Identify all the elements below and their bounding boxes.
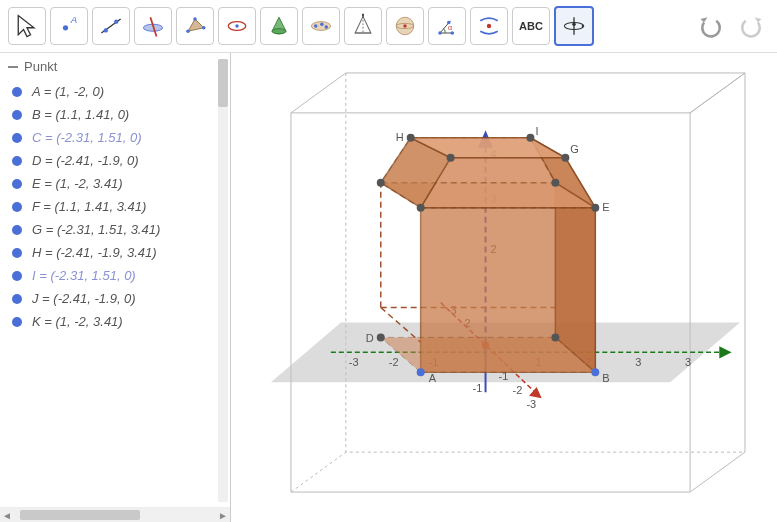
point-item[interactable]: C = (-2.31, 1.51, 0) (0, 126, 230, 149)
point-item[interactable]: I = (-2.31, 1.51, 0) (0, 264, 230, 287)
svg-point-8 (193, 17, 197, 21)
svg-point-22 (451, 31, 455, 35)
svg-point-47 (407, 134, 415, 142)
graphics-3d-view[interactable]: -3 -2 -1 1 2 3 3 -1 -2 -3 2 3 (231, 53, 777, 522)
svg-text:G: G (570, 143, 579, 155)
svg-point-20 (403, 24, 407, 28)
svg-point-34 (417, 368, 425, 376)
svg-point-21 (438, 31, 442, 35)
point-label: C = (-2.31, 1.51, 0) (32, 130, 141, 145)
point-label: H = (-2.41, -1.9, 3.41) (32, 245, 157, 260)
scrollbar-thumb[interactable] (218, 59, 228, 107)
point-label: E = (1, -2, 3.41) (32, 176, 123, 191)
x-tick: 3 (685, 356, 691, 368)
point-item[interactable]: G = (-2.31, 1.51, 3.41) (0, 218, 230, 241)
svg-text:D: D (366, 332, 374, 344)
svg-point-3 (104, 28, 108, 32)
tool-intersect[interactable] (470, 7, 508, 45)
scroll-left-icon[interactable]: ◄ (0, 508, 14, 522)
x-tick: -3 (349, 356, 359, 368)
svg-point-49 (526, 134, 534, 142)
svg-text:A: A (70, 14, 77, 25)
svg-point-15 (320, 23, 324, 27)
point-dot-icon (12, 294, 22, 304)
svg-point-7 (186, 30, 190, 34)
svg-point-51 (447, 154, 455, 162)
scroll-right-icon[interactable]: ► (216, 508, 230, 522)
tool-text[interactable]: ABC (512, 7, 550, 45)
point-item[interactable]: B = (1.1, 1.41, 0) (0, 103, 230, 126)
x-tick: 3 (635, 356, 641, 368)
x-tick: -2 (389, 356, 399, 368)
point-item[interactable]: A = (1, -2, 0) (0, 80, 230, 103)
tool-sphere[interactable] (386, 7, 424, 45)
point-dot-icon (12, 133, 22, 143)
svg-text:H: H (396, 131, 404, 143)
svg-point-14 (314, 24, 318, 28)
point-item[interactable]: D = (-2.41, -1.9, 0) (0, 149, 230, 172)
tool-rotate-view[interactable] (554, 6, 594, 46)
svg-point-38 (377, 333, 385, 341)
scrollbar-horizontal[interactable]: ◄ ► (0, 507, 230, 522)
tool-perpendicular[interactable] (134, 7, 172, 45)
svg-point-4 (114, 19, 118, 23)
point-dot-icon (12, 179, 22, 189)
point-dot-icon (12, 271, 22, 281)
svg-text:B: B (602, 372, 609, 384)
svg-point-45 (561, 154, 569, 162)
svg-text:A: A (429, 372, 437, 384)
point-item[interactable]: J = (-2.41, -1.9, 0) (0, 287, 230, 310)
svg-text:α: α (448, 24, 452, 31)
svg-point-25 (487, 24, 491, 28)
point-dot-icon (12, 156, 22, 166)
point-label: G = (-2.31, 1.51, 3.41) (32, 222, 160, 237)
abc-label: ABC (519, 20, 543, 32)
point-label: A = (1, -2, 0) (32, 84, 104, 99)
point-item[interactable]: F = (1.1, 1.41, 3.41) (0, 195, 230, 218)
scrollbar-h-thumb[interactable] (20, 510, 140, 520)
point-dot-icon (12, 248, 22, 258)
svg-point-16 (325, 25, 329, 29)
svg-point-36 (591, 368, 599, 376)
svg-text:I: I (535, 125, 538, 137)
solid-house (381, 138, 596, 373)
y-tick: -2 (512, 384, 522, 396)
point-dot-icon (12, 202, 22, 212)
point-item[interactable]: H = (-2.41, -1.9, 3.41) (0, 241, 230, 264)
tool-point[interactable]: A (50, 7, 88, 45)
tool-points[interactable] (302, 7, 340, 45)
tool-pyramid[interactable] (344, 7, 382, 45)
point-dot-icon (12, 225, 22, 235)
tool-move[interactable] (8, 7, 46, 45)
svg-text:E: E (602, 201, 609, 213)
group-header[interactable]: Punkt (0, 53, 230, 80)
tool-angle[interactable]: α (428, 7, 466, 45)
svg-point-0 (63, 25, 68, 30)
svg-point-42 (551, 179, 559, 187)
svg-point-11 (235, 24, 239, 28)
collapse-icon (8, 66, 18, 68)
point-list: A = (1, -2, 0)B = (1.1, 1.41, 0)C = (-2.… (0, 80, 230, 507)
point-label: I = (-2.31, 1.51, 0) (32, 268, 136, 283)
point-label: K = (1, -2, 3.41) (32, 314, 123, 329)
point-item[interactable]: K = (1, -2, 3.41) (0, 310, 230, 333)
toolbar: A α ABC (0, 0, 777, 53)
svg-point-28 (572, 23, 576, 27)
tool-line[interactable] (92, 7, 130, 45)
tool-circle[interactable] (218, 7, 256, 45)
svg-point-9 (202, 26, 206, 30)
point-item[interactable]: E = (1, -2, 3.41) (0, 172, 230, 195)
tool-polygon[interactable] (176, 7, 214, 45)
algebra-panel: Punkt A = (1, -2, 0)B = (1.1, 1.41, 0)C … (0, 53, 231, 522)
scrollbar-vertical[interactable] (218, 59, 228, 502)
point-label: D = (-2.41, -1.9, 0) (32, 153, 139, 168)
point-label: J = (-2.41, -1.9, 0) (32, 291, 136, 306)
tool-cone[interactable] (260, 7, 298, 45)
redo-button[interactable] (733, 8, 769, 44)
svg-point-44 (417, 204, 425, 212)
group-label: Punkt (24, 59, 57, 74)
svg-point-12 (272, 29, 286, 34)
point-dot-icon (12, 110, 22, 120)
undo-button[interactable] (693, 8, 729, 44)
svg-point-52 (551, 333, 559, 341)
